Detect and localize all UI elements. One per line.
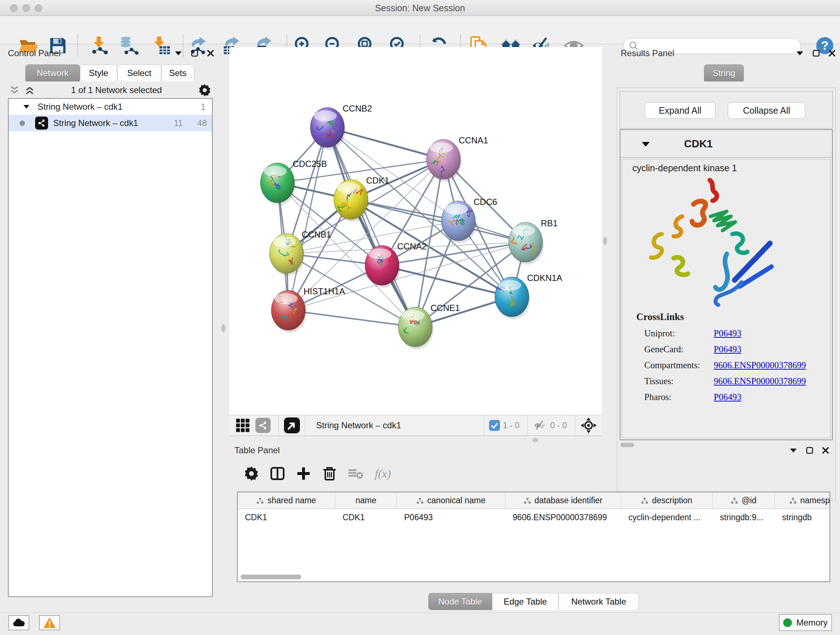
network-node-CCNB1[interactable] (270, 233, 305, 276)
hidden-eye-slash-icon[interactable] (533, 420, 547, 431)
table-cell[interactable]: stringdb:9... (713, 509, 775, 526)
column-header-canonical-name[interactable]: canonical name (397, 492, 505, 509)
crosslink-link[interactable]: P06493 (714, 392, 741, 402)
crosslink-link[interactable]: 9606.ENSP00000378699 (714, 376, 806, 386)
warning-status-button[interactable] (39, 615, 60, 630)
vertical-splitter-handle-right[interactable] (603, 237, 607, 245)
tab-style[interactable]: Style (80, 65, 117, 81)
column-type-icon (731, 497, 738, 504)
network-node-HIST1H1A[interactable] (271, 290, 306, 333)
network-options-gear-icon[interactable] (198, 84, 211, 97)
tab-network[interactable]: Network (25, 65, 80, 81)
result-entry-header[interactable]: CDK1 (621, 130, 832, 157)
table-row[interactable]: CDK1CDK1P064939606.ENSP00000378699cyclin… (238, 509, 829, 526)
table-hscrollbar-thumb[interactable] (240, 575, 302, 579)
panel-float-icon[interactable] (813, 50, 820, 57)
network-node-CCNB2[interactable] (310, 108, 346, 150)
collapse-all-button[interactable]: Collapse All (728, 102, 805, 119)
tab-sets[interactable]: Sets (161, 65, 194, 81)
pan-crosshair-icon[interactable] (580, 417, 597, 434)
table-cell[interactable]: P06493 (397, 509, 505, 526)
table-cell[interactable]: 9606.ENSP00000378699 (505, 509, 621, 526)
show-columns-icon[interactable] (270, 466, 285, 481)
control-panel: Control Panel Network Style Select Sets … (4, 47, 216, 614)
network-node-CDK1[interactable] (334, 180, 369, 222)
network-collection-row[interactable]: String Network – cdk1 1 (9, 99, 212, 115)
expand-all-tree-icon[interactable] (25, 86, 35, 95)
function-builder-icon[interactable]: f(x) (375, 467, 391, 480)
network-row-selected[interactable]: String Network – cdk1 11 48 (9, 115, 212, 131)
column-header-description[interactable]: description (621, 492, 713, 509)
panel-float-icon[interactable] (806, 447, 813, 454)
panel-menu-icon[interactable] (174, 51, 182, 56)
network-edge-CDK1-RB1[interactable] (351, 200, 526, 242)
network-node-CCNE1[interactable] (398, 307, 433, 349)
crosslink-link[interactable]: 9606.ENSP00000378699 (714, 360, 806, 371)
window-minimize-light[interactable] (22, 4, 30, 12)
grid-view-icon[interactable] (235, 418, 250, 433)
table-cell[interactable]: CDK1 (335, 509, 397, 526)
column-header-namespace[interactable]: namespace (775, 492, 830, 509)
tab-network-table[interactable]: Network Table (559, 593, 639, 610)
network-canvas[interactable]: CCNB2CCNA1CDC25BCDK1CDC6RB1CCNB1CCNA2CDK… (229, 47, 602, 415)
network-edge-CCNE1-HIST1H1A[interactable] (288, 310, 415, 327)
selected-node-edge-counts: 1 - 0 (503, 421, 519, 431)
birdseye-view-icon[interactable] (284, 417, 300, 433)
column-header-database-identifier[interactable]: database identifier (505, 492, 621, 509)
table-cell[interactable]: cyclin-dependent ... (621, 509, 713, 526)
delete-table-icon[interactable] (348, 467, 364, 480)
panel-close-icon[interactable] (207, 50, 214, 57)
entry-disclosure-icon[interactable] (641, 141, 650, 147)
network-edge-CCNB2-CCNE1[interactable] (327, 127, 415, 327)
collapse-all-tree-icon[interactable] (9, 86, 19, 95)
entry-description: cyclin-dependent kinase 1 (632, 163, 737, 173)
network-edge-CCNB2-HIST1H1A[interactable] (288, 127, 327, 310)
node-table: shared namenamecanonical namedatabase id… (237, 492, 830, 582)
column-header-name[interactable]: name (335, 492, 397, 509)
panel-close-icon[interactable] (829, 50, 836, 57)
main-toolbar: ? (0, 16, 840, 44)
tab-select[interactable]: Select (117, 65, 161, 81)
node-label-CCNE1: CCNE1 (431, 303, 460, 313)
delete-column-icon[interactable] (322, 466, 337, 481)
network-node-RB1[interactable] (508, 222, 544, 264)
entry-gene-name: CDK1 (684, 138, 713, 150)
add-column-icon[interactable] (296, 466, 311, 481)
table-options-gear-icon[interactable] (244, 466, 259, 481)
column-header-label: name (355, 496, 377, 505)
column-type-icon (524, 497, 531, 504)
network-node-CDKN1A[interactable] (495, 277, 530, 319)
column-header-shared-name[interactable]: shared name (238, 492, 335, 509)
window-close-light[interactable] (10, 4, 18, 12)
table-cell[interactable]: stringdb (775, 509, 830, 526)
horizontal-splitter-handle[interactable] (532, 438, 538, 442)
column-header--id[interactable]: @id (713, 492, 775, 509)
network-list-view-icon[interactable] (256, 418, 271, 433)
window-zoom-light[interactable] (35, 4, 42, 12)
title-bar: Session: New Session (0, 0, 840, 16)
expand-all-button[interactable]: Expand All (645, 102, 715, 119)
network-view-title: String Network – cdk1 (316, 420, 478, 431)
crosslink-link[interactable]: P06493 (714, 328, 741, 339)
network-node-CCNA2[interactable] (365, 245, 400, 288)
network-node-CCNA1[interactable] (426, 139, 462, 182)
column-header-label: database identifier (535, 496, 603, 505)
memory-button[interactable]: Memory (779, 614, 832, 631)
selected-checkbox-icon[interactable] (489, 420, 500, 431)
tree-disclosure-icon[interactable] (23, 105, 30, 109)
table-cell[interactable]: CDK1 (238, 509, 335, 526)
crosslink-link[interactable]: P06493 (714, 344, 741, 355)
tab-node-table[interactable]: Node Table (428, 593, 492, 610)
node-label-CDK1: CDK1 (366, 176, 389, 185)
panel-menu-icon[interactable] (789, 448, 797, 453)
node-label-CCNB1: CCNB1 (302, 230, 331, 239)
cloud-status-button[interactable] (8, 615, 29, 630)
panel-menu-icon[interactable] (796, 51, 804, 56)
panel-close-icon[interactable] (822, 447, 829, 454)
panel-float-icon[interactable] (191, 50, 198, 57)
network-selection-status: 1 of 1 Network selected (35, 85, 198, 95)
tab-edge-table[interactable]: Edge Table (492, 593, 559, 610)
results-panel: Results Panel String Expand All Collapse… (615, 47, 840, 453)
vertical-splitter-handle-left[interactable] (221, 324, 225, 333)
tab-string[interactable]: String (704, 65, 744, 81)
